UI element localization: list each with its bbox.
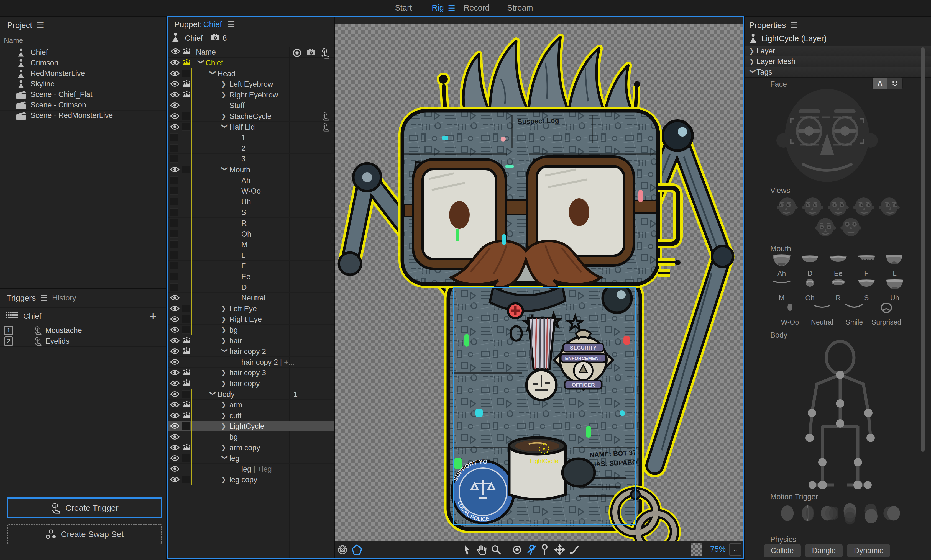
select-tool-icon[interactable]	[461, 543, 474, 556]
hand-tool-icon[interactable]	[475, 543, 488, 556]
crown-off-box[interactable]	[182, 305, 190, 312]
layer-name[interactable]: Left Eye	[230, 305, 257, 313]
crown-icon[interactable]	[182, 337, 191, 345]
visibility-eye-icon[interactable]	[170, 92, 180, 98]
layer-name[interactable]: Mouth	[230, 166, 250, 174]
mouth-viseme-uh[interactable]: Uh	[885, 278, 905, 302]
zoom-level-value[interactable]: 75%	[710, 545, 726, 554]
mouth-viseme-f[interactable]: F	[857, 254, 876, 277]
visibility-eye-icon[interactable]	[170, 369, 180, 375]
visibility-off-box[interactable]	[170, 230, 178, 238]
visibility-eye-icon[interactable]	[170, 166, 180, 172]
body-tag-diagram[interactable]	[795, 340, 884, 495]
puppet-layer-row[interactable]: ❯StacheCycle	[168, 111, 334, 122]
layer-name[interactable]: 3	[241, 155, 245, 163]
chevron-right-icon[interactable]: ❯	[221, 316, 228, 323]
layer-name[interactable]: leg	[230, 454, 239, 463]
mouth-viseme-m[interactable]: M	[772, 278, 792, 302]
project-item[interactable]: Chief	[0, 48, 166, 58]
view-face-icon[interactable]	[802, 196, 824, 216]
visibility-off-box[interactable]	[170, 240, 178, 248]
visibility-eye-icon[interactable]	[170, 327, 180, 333]
view-face-icon[interactable]	[878, 196, 900, 216]
puppet-name-link[interactable]: Chief	[203, 20, 222, 29]
add-trigger-button[interactable]: +	[150, 310, 157, 323]
crown-icon[interactable]	[182, 91, 191, 98]
chevron-down-icon[interactable]: ❯	[221, 166, 228, 173]
visibility-off-box[interactable]	[170, 198, 178, 206]
puppet-layer-row[interactable]: 2	[168, 143, 334, 154]
crown-icon[interactable]	[182, 369, 191, 376]
layer-name[interactable]: Neutral	[241, 294, 265, 302]
layer-name[interactable]: arm	[230, 401, 242, 409]
project-item[interactable]: Scene - RedMonsterLive	[0, 111, 166, 121]
physics-collide-button[interactable]: Collide	[764, 544, 801, 557]
puppet-layer-row[interactable]: leg | +leg	[168, 464, 334, 474]
chevron-right-icon[interactable]: ❯	[221, 423, 228, 430]
visibility-off-box[interactable]	[170, 219, 178, 227]
physics-dynamic-button[interactable]: Dynamic	[847, 544, 890, 557]
rig-canvas[interactable]: SECURITY ENFORCEMENT OFFICER	[335, 17, 743, 541]
layer-name[interactable]: Left Eyebrow	[230, 80, 273, 89]
puppet-layer-row[interactable]: F	[168, 260, 334, 271]
puppet-layer-row[interactable]: 3	[168, 154, 334, 164]
mouth-viseme-s[interactable]: S	[857, 278, 876, 302]
puppet-layer-row[interactable]: ❯Body1	[168, 389, 334, 400]
puppet-layer-row[interactable]: M	[168, 239, 334, 250]
visibility-eye-icon[interactable]	[170, 380, 180, 386]
visibility-off-box[interactable]	[170, 208, 178, 216]
layer-name[interactable]: 1	[241, 134, 245, 142]
motion-trigger-icon[interactable]	[841, 502, 859, 525]
puppet-layer-row[interactable]: hair copy 2 | +...	[168, 357, 334, 368]
puppet-layer-row[interactable]: Stuff	[168, 100, 334, 111]
project-menu-icon[interactable]: ☰	[37, 20, 44, 30]
puppet-layer-row[interactable]: ❯hair copy 2	[168, 346, 334, 357]
mesh-view-icon[interactable]	[336, 543, 349, 556]
trigger-key[interactable]: 2	[4, 337, 13, 346]
create-trigger-button[interactable]: Create Trigger	[7, 497, 162, 518]
visibility-off-box[interactable]	[170, 251, 178, 259]
chevron-down-icon[interactable]: ❯	[221, 348, 228, 355]
workspace-tab-rig[interactable]: Rig	[432, 3, 444, 12]
layer-name[interactable]: Head	[217, 69, 236, 78]
crown-icon[interactable]	[182, 347, 191, 355]
chevron-down-icon[interactable]: ❯	[209, 391, 216, 398]
layer-name[interactable]: D	[241, 283, 247, 292]
view-face-icon[interactable]	[776, 196, 798, 216]
layer-name[interactable]: Right Eye	[230, 315, 262, 324]
tab-triggers[interactable]: Triggers☰	[7, 293, 48, 303]
visibility-eye-icon[interactable]	[170, 316, 180, 322]
layer-name[interactable]: Ee	[241, 272, 250, 281]
layer-name[interactable]: Half Lid	[230, 123, 255, 132]
visibility-eye-icon[interactable]	[170, 60, 180, 66]
puppet-layer-row[interactable]: S	[168, 207, 334, 218]
layer-name[interactable]: R	[241, 219, 247, 228]
puppet-layer-row[interactable]: ❯hair copy	[168, 378, 334, 389]
puppet-layer-row[interactable]: ❯Right Eyebrow	[168, 89, 334, 100]
puppet-layer-row[interactable]: R	[168, 218, 334, 228]
layer-name[interactable]: Stuff	[230, 102, 245, 110]
crown-off-box[interactable]	[182, 326, 190, 334]
properties-menu-icon[interactable]: ☰	[790, 20, 798, 30]
layer-name[interactable]: Right Eyebrow	[230, 91, 278, 99]
visibility-eye-icon[interactable]	[170, 124, 180, 130]
project-item[interactable]: Scene - Crimson	[0, 100, 166, 111]
layer-name[interactable]: Ah	[241, 177, 250, 185]
view-face-icon[interactable]	[827, 196, 849, 216]
puppet-layer-row[interactable]: ❯Head	[168, 68, 334, 79]
chevron-right-icon[interactable]: ❯	[221, 337, 228, 345]
layer-name[interactable]: hair copy 2 | +...	[241, 358, 294, 367]
visibility-eye-icon[interactable]	[170, 113, 180, 119]
visibility-off-box[interactable]	[170, 283, 178, 291]
puppet-layer-row[interactable]: Ah	[168, 175, 334, 186]
crown-off-box[interactable]	[182, 475, 190, 483]
layer-name[interactable]: M	[241, 240, 248, 249]
crown-off-box[interactable]	[182, 315, 190, 323]
visibility-off-box[interactable]	[170, 262, 178, 269]
crown-off-box[interactable]	[182, 454, 190, 462]
chevron-right-icon[interactable]: ❯	[221, 380, 228, 387]
crown-icon[interactable]	[182, 412, 191, 419]
rig-menu-icon[interactable]: ☰	[448, 3, 456, 13]
visibility-eye-icon[interactable]	[170, 466, 180, 472]
layer-name[interactable]: Oh	[241, 230, 251, 238]
